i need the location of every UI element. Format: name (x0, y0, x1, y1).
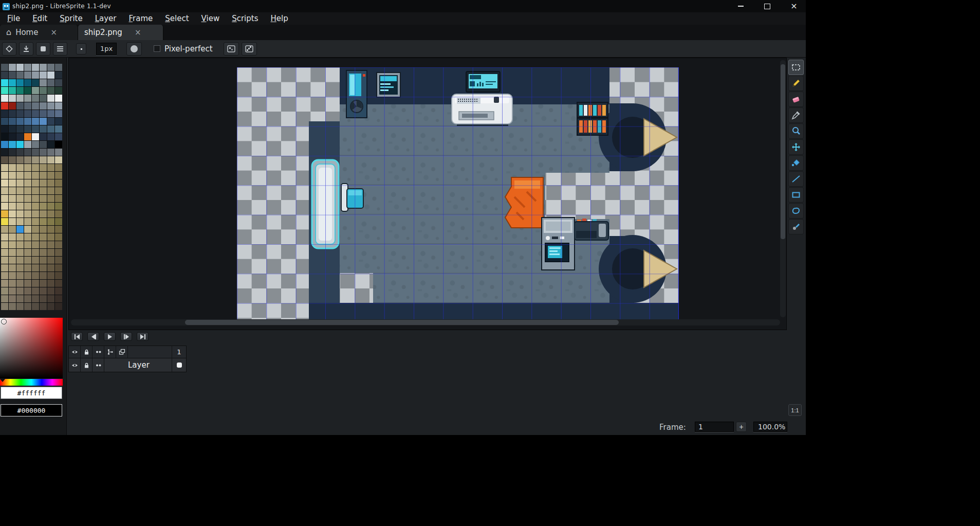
palette-swatch[interactable] (1, 210, 8, 217)
palette-swatch[interactable] (16, 141, 24, 148)
palette-swatch[interactable] (40, 118, 47, 125)
add-frame-button[interactable]: + (736, 422, 747, 432)
palette-swatch[interactable] (55, 295, 62, 302)
palette-swatch[interactable] (47, 64, 54, 71)
menu-select[interactable]: Select (159, 13, 195, 24)
palette-swatch[interactable] (16, 264, 24, 271)
menu-edit[interactable]: Edit (26, 13, 53, 24)
palette-swatch[interactable] (40, 257, 47, 264)
tool-contour[interactable] (788, 203, 804, 219)
palette-swatch[interactable] (9, 264, 16, 271)
palette-swatch[interactable] (55, 187, 62, 194)
palette-swatch[interactable] (24, 87, 31, 94)
background-color-field[interactable]: #000000 (1, 404, 62, 416)
palette-swatch[interactable] (40, 64, 47, 71)
palette-swatch[interactable] (1, 118, 8, 125)
palette-swatch[interactable] (16, 303, 24, 310)
minimize-button[interactable] (731, 0, 750, 12)
palette-swatch[interactable] (40, 164, 47, 171)
palette-swatch[interactable] (24, 71, 31, 79)
padlock-icon[interactable] (81, 346, 93, 358)
palette-swatch[interactable] (55, 303, 62, 310)
tool-line[interactable] (788, 171, 804, 187)
palette-swatch[interactable] (24, 203, 31, 210)
palette-swatch[interactable] (16, 257, 24, 264)
palette-swatch[interactable] (40, 179, 47, 187)
palette-swatch[interactable] (1, 95, 8, 102)
palette-swatch[interactable] (40, 187, 47, 194)
palette-swatch[interactable] (1, 179, 8, 187)
palette-swatch[interactable] (9, 71, 16, 79)
palette-swatch[interactable] (16, 210, 24, 217)
palette-swatch[interactable] (9, 87, 16, 94)
palette-swatch[interactable] (1, 195, 8, 202)
palette-swatch[interactable] (55, 241, 62, 248)
palette-swatch[interactable] (40, 210, 47, 217)
palette-swatch[interactable] (47, 303, 54, 310)
cel-cell[interactable] (172, 358, 186, 372)
palette-swatch[interactable] (55, 195, 62, 202)
palette-swatch[interactable] (16, 118, 24, 125)
palette-swatch[interactable] (24, 156, 31, 164)
zoom-field[interactable]: 100.0% (753, 422, 787, 432)
palette-swatch[interactable] (47, 125, 54, 133)
palette-swatch[interactable] (47, 172, 54, 179)
palette-swatch[interactable] (9, 203, 16, 210)
palette-swatch[interactable] (24, 110, 31, 117)
symmetry-button[interactable] (224, 42, 239, 56)
palette-swatch[interactable] (24, 141, 31, 148)
palette-swatch[interactable] (1, 149, 8, 156)
palette-swatch[interactable] (47, 87, 54, 94)
palette-swatch[interactable] (1, 218, 8, 225)
palette-swatch[interactable] (55, 287, 62, 295)
palette-swatch[interactable] (47, 272, 54, 279)
eye-icon[interactable] (69, 346, 81, 358)
palette-swatch[interactable] (32, 125, 39, 133)
palette-swatch[interactable] (9, 156, 16, 164)
palette-swatch[interactable] (55, 156, 62, 164)
palette-swatch[interactable] (47, 156, 54, 164)
palette-swatch[interactable] (40, 264, 47, 271)
vertical-scroll-thumb[interactable] (781, 64, 785, 239)
layer-name[interactable]: Layer (104, 358, 172, 372)
palette-swatch[interactable] (32, 295, 39, 302)
palette-swatch[interactable] (16, 172, 24, 179)
palette-swatch[interactable] (32, 87, 39, 94)
palette-swatch[interactable] (1, 141, 8, 148)
layer-lock-icon[interactable] (81, 358, 93, 372)
palette-swatch[interactable] (55, 233, 62, 241)
palette-swatch[interactable] (32, 141, 39, 148)
maximize-button[interactable] (757, 0, 777, 12)
palette-swatch[interactable] (1, 110, 8, 117)
palette-swatch[interactable] (16, 64, 24, 71)
palette-swatch[interactable] (9, 179, 16, 187)
palette-swatch[interactable] (9, 102, 16, 110)
palette-swatch[interactable] (16, 125, 24, 133)
palette-swatch[interactable] (40, 272, 47, 279)
palette-swatch[interactable] (16, 280, 24, 287)
palette-swatch[interactable] (16, 226, 24, 233)
palette-swatch[interactable] (40, 95, 47, 102)
layer-row[interactable]: Layer (69, 358, 186, 372)
palette-swatch[interactable] (47, 203, 54, 210)
next-frame-button[interactable] (120, 332, 132, 341)
skip-first-button[interactable] (71, 332, 83, 341)
palette-swatch[interactable] (55, 125, 62, 133)
palette-swatch[interactable] (47, 295, 54, 302)
palette-swatch[interactable] (24, 280, 31, 287)
brush-preview-button[interactable] (76, 43, 86, 55)
palette-swatch[interactable] (16, 241, 24, 248)
menu-layer[interactable]: Layer (89, 13, 123, 24)
palette-swatch[interactable] (16, 102, 24, 110)
window-close-button[interactable]: × (784, 0, 804, 12)
layers-icon[interactable] (116, 346, 128, 358)
palette-swatch[interactable] (40, 295, 47, 302)
palette-swatch[interactable] (9, 79, 16, 86)
ink-list-button[interactable] (53, 42, 67, 56)
palette-swatch[interactable] (40, 241, 47, 248)
palette-swatch[interactable] (1, 79, 8, 86)
palette-swatch[interactable] (1, 287, 8, 295)
palette-swatch[interactable] (24, 241, 31, 248)
palette-swatch[interactable] (1, 280, 8, 287)
palette-swatch[interactable] (9, 95, 16, 102)
